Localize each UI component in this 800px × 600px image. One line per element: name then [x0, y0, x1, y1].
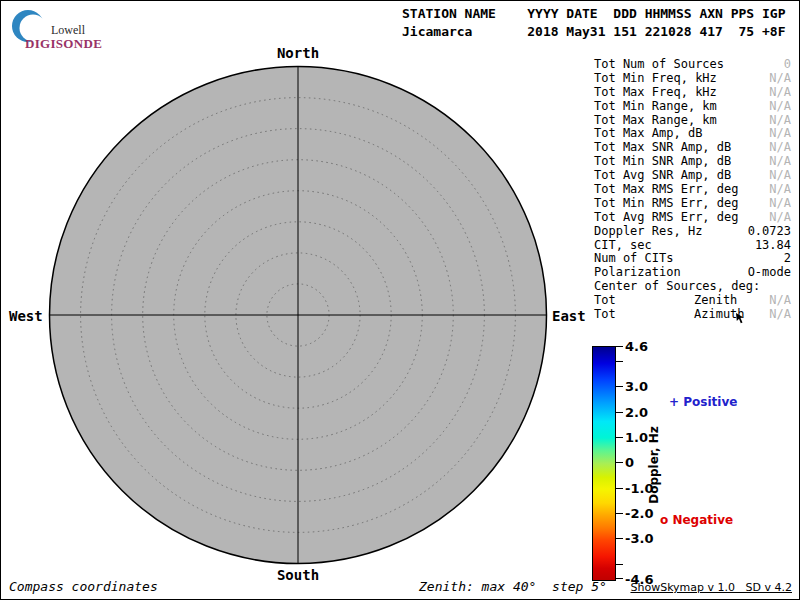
stat-row: Tot Max SNR Amp, dBN/A — [594, 141, 792, 155]
stat-label: CIT, sec — [594, 239, 652, 253]
plus-marker-icon: + — [669, 395, 679, 409]
header-values: Jicamarca 2018 May31 151 221028 417 75 +… — [402, 24, 786, 39]
stat-label: Tot Max Range, km — [594, 114, 717, 128]
colorbar-tick — [615, 437, 623, 438]
stat-row: Tot Num of Sources0 — [594, 58, 792, 72]
stat-value: N/A — [769, 155, 791, 169]
stat-label: Tot — [594, 294, 616, 308]
stat-row: Tot Min Freq, kHzN/A — [594, 72, 792, 86]
stat-value: N/A — [769, 211, 791, 225]
stat-label: Tot Max SNR Amp, dB — [594, 141, 731, 155]
colorbar-tick — [615, 346, 623, 347]
stat-row: TotZenithN/A — [594, 294, 792, 308]
colorbar-tick — [615, 564, 623, 565]
stat-value: N/A — [769, 72, 791, 86]
stat-row: Tot Max Amp, dBN/A — [594, 127, 792, 141]
stat-row: CIT, sec13.84 — [594, 239, 792, 253]
stat-label: Num of CITs — [594, 252, 673, 266]
header-columns: STATION NAME YYYY DATE DDD HHMMSS AXN PP… — [402, 6, 786, 21]
stat-label: Tot Min SNR Amp, dB — [594, 155, 731, 169]
colorbar-tick — [615, 488, 623, 489]
stat-value: 0 — [784, 58, 791, 72]
stat-value: N/A — [769, 294, 791, 308]
stat-row: Tot Max RMS Err, degN/A — [594, 183, 792, 197]
stat-value: N/A — [769, 86, 791, 100]
stat-value: O-mode — [748, 266, 791, 280]
logo-digisonde-text: DIGISONDE — [25, 36, 102, 52]
stat-value: 2 — [784, 252, 791, 266]
colorbar-tick-label: -3.0 — [625, 531, 653, 546]
stat-label: Tot Min Range, km — [594, 100, 717, 114]
colorbar-tick-label: 1.0 — [625, 430, 648, 445]
stat-row: Center of Sources, deg: — [594, 280, 792, 294]
version-note: ShowSkymap v 1.0 SD v 4.2 — [630, 581, 792, 594]
legend-positive: + Positive — [669, 395, 737, 409]
stat-label: Tot — [594, 308, 616, 322]
colorbar-tick-label: -2.0 — [625, 506, 653, 521]
showskymap-window: Lowell DIGISONDE STATION NAME YYYY DATE … — [0, 0, 800, 600]
stat-row: Tot Avg RMS Err, degN/A — [594, 211, 792, 225]
colorbar-tick — [615, 578, 623, 579]
lowell-digisonde-logo: Lowell DIGISONDE — [9, 7, 149, 51]
stat-row: Tot Min RMS Err, degN/A — [594, 197, 792, 211]
stat-value: N/A — [769, 127, 791, 141]
legend-negative: o Negative — [660, 513, 733, 527]
compass-label-south: South — [277, 567, 319, 583]
stat-row: TotAzimuthN/A — [594, 308, 792, 322]
stat-value: N/A — [769, 308, 791, 322]
colorbar-tick-label: 2.0 — [625, 405, 648, 420]
stat-label: Tot Avg RMS Err, deg — [594, 211, 739, 225]
coordinates-note: Compass coordinates — [9, 579, 158, 594]
stat-value: N/A — [769, 141, 791, 155]
colorbar-tick — [615, 538, 623, 539]
stat-label: Tot Avg SNR Amp, dB — [594, 169, 731, 183]
stat-label: Tot Min RMS Err, deg — [594, 197, 739, 211]
stat-value: 13.84 — [755, 239, 791, 253]
colorbar-tick — [615, 412, 623, 413]
mouse-cursor-icon — [736, 313, 746, 324]
colorbar-tick-label: 4.6 — [625, 339, 648, 354]
stat-row: Doppler Res, Hz0.0723 — [594, 225, 792, 239]
colorbar-tick — [615, 513, 623, 514]
stat-value: N/A — [769, 169, 791, 183]
compass-label-west: West — [9, 308, 43, 324]
colorbar-title: Doppler, Hz — [647, 426, 661, 504]
stat-label: Doppler Res, Hz — [594, 225, 702, 239]
stat-label: Polarization — [594, 266, 681, 280]
stat-value: N/A — [769, 183, 791, 197]
colorbar-tick-label: 3.0 — [625, 379, 648, 394]
legend-positive-label: Positive — [683, 395, 737, 409]
skymap-plot — [48, 65, 548, 565]
stats-panel: Tot Num of Sources0 Tot Min Freq, kHzN/A… — [594, 58, 792, 322]
stat-value: N/A — [769, 114, 791, 128]
legend-negative-label: Negative — [672, 513, 733, 527]
stat-row: Tot Max Freq, kHzN/A — [594, 86, 792, 100]
stat-row: Tot Avg SNR Amp, dBN/A — [594, 169, 792, 183]
compass-label-east: East — [552, 308, 586, 324]
stat-label: Tot Max Amp, dB — [594, 127, 702, 141]
stat-row: PolarizationO-mode — [594, 266, 792, 280]
compass-label-north: North — [277, 45, 319, 61]
colorbar-tick — [615, 462, 623, 463]
stat-label: Tot Max RMS Err, deg — [594, 183, 739, 197]
colorbar-tick-label: 0 — [625, 455, 634, 470]
doppler-colorbar — [592, 346, 616, 581]
stat-label: Tot Min Freq, kHz — [594, 72, 717, 86]
stat-label: Center of Sources, deg: — [594, 280, 760, 294]
stat-value: N/A — [769, 197, 791, 211]
stat-value: N/A — [769, 100, 791, 114]
zenith-range-note: Zenith: max 40° step 5° — [419, 579, 607, 594]
stat-row: Tot Min Range, kmN/A — [594, 100, 792, 114]
stat-row: Tot Max Range, kmN/A — [594, 114, 792, 128]
stat-row: Tot Min SNR Amp, dBN/A — [594, 155, 792, 169]
stat-value: 0.0723 — [748, 225, 791, 239]
circle-marker-icon: o — [660, 513, 668, 527]
stat-row: Num of CITs2 — [594, 252, 792, 266]
colorbar-tick — [615, 361, 623, 362]
stat-label: Tot Max Freq, kHz — [594, 86, 717, 100]
header-banner: STATION NAME YYYY DATE DDD HHMMSS AXN PP… — [402, 5, 786, 40]
stat-label: Tot Num of Sources — [594, 58, 724, 72]
colorbar-tick — [615, 386, 623, 387]
stat-mid-label: Zenith — [694, 294, 737, 308]
